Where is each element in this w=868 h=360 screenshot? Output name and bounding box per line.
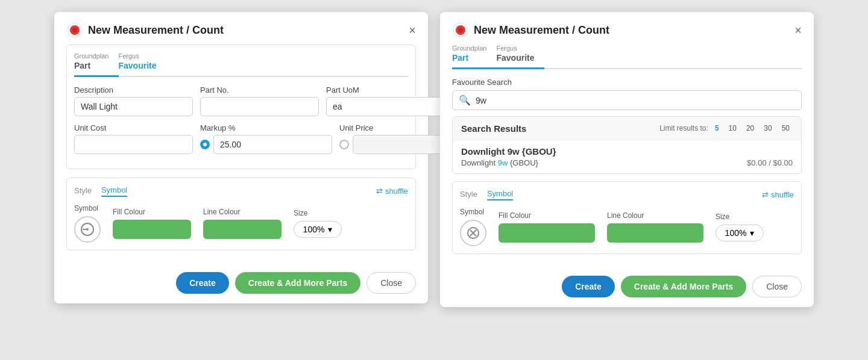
left-price-radio[interactable] [339, 140, 349, 149]
right-tabs-header: Groundplan Part Fergus Favourite [452, 45, 802, 69]
right-result-item[interactable]: Downlight 9w {GBOU} Downlight 9w {GBOU} … [453, 140, 801, 173]
left-size-select[interactable]: 100% ▾ [294, 221, 342, 238]
right-modal-header: New Measurement / Count × [440, 12, 814, 45]
right-tab-groundplan-label: Groundplan [452, 45, 487, 52]
right-search-results-title: Search Results [461, 123, 526, 134]
left-tabs-header: Groundplan Part Fergus Favourite [74, 52, 408, 77]
right-line-col: Line Colour [607, 211, 703, 243]
left-line-col: Line Colour [203, 208, 281, 239]
left-style-tabs: Style Symbol ⇄ shuffle [74, 185, 408, 197]
right-size-label: Size [715, 213, 764, 221]
right-size-select[interactable]: 100% ▾ [715, 225, 764, 241]
right-limit-50[interactable]: 50 [779, 123, 793, 134]
left-tab-groundplan-label: Groundplan [74, 52, 109, 60]
left-size-chevron: ▾ [328, 225, 332, 234]
left-description-label: Description [74, 85, 193, 95]
left-modal-title: New Measurement / Count [66, 22, 224, 39]
left-cost-label: Unit Cost [74, 123, 193, 132]
right-shuffle-label: shuffle [771, 190, 794, 199]
left-create-button[interactable]: Create [176, 272, 229, 294]
right-search-icon: 🔍 [459, 95, 471, 106]
right-create-button[interactable]: Create [562, 276, 615, 297]
right-style-tab-left: Style Symbol [460, 189, 513, 200]
right-modal-body: Groundplan Part Fergus Favourite Favouri… [440, 45, 814, 276]
left-style-row: Symbol Fill Colour Line Colour [74, 204, 408, 243]
left-description-input[interactable] [74, 97, 193, 116]
left-markup-row [200, 135, 332, 154]
right-limit-30[interactable]: 30 [761, 123, 775, 134]
left-tabs-outer: Groundplan Part Fergus Favourite Descrip… [66, 45, 416, 169]
left-symbol-preview [74, 216, 101, 243]
left-markup-radio[interactable] [200, 140, 210, 149]
right-create-more-button[interactable]: Create & Add More Parts [621, 276, 746, 297]
right-limit-10[interactable]: 10 [726, 123, 740, 134]
left-form-row-1: Description Part No. Part UoM [74, 85, 408, 116]
right-style-tab-symbol[interactable]: Symbol [487, 189, 513, 200]
left-modal-close-button[interactable]: × [409, 24, 416, 36]
left-partno-input[interactable] [200, 97, 319, 116]
left-cost-group: Unit Cost [74, 123, 193, 154]
right-limit-20[interactable]: 20 [743, 123, 757, 134]
left-style-tab-style[interactable]: Style [74, 186, 92, 196]
left-tab-groundplan-name: Part [74, 61, 90, 70]
left-shuffle-icon: ⇄ [376, 187, 383, 196]
right-line-colour-button[interactable] [607, 223, 703, 243]
right-shuffle-button[interactable]: ⇄ shuffle [762, 190, 794, 199]
right-shuffle-icon: ⇄ [762, 190, 769, 199]
left-modal: New Measurement / Count × Groundplan Par… [54, 12, 428, 303]
right-fill-colour-button[interactable] [498, 223, 595, 243]
left-form-row-2: Unit Cost Markup % Unit Price [74, 123, 408, 154]
left-markup-label: Markup % [200, 123, 332, 132]
right-symbol-preview [460, 220, 486, 246]
right-limit-results: Limit results to: 5 10 20 30 50 [659, 123, 793, 134]
svg-point-8 [458, 28, 463, 33]
right-tab-groundplan[interactable]: Groundplan Part [452, 45, 497, 69]
right-line-label: Line Colour [607, 211, 703, 220]
right-style-tab-style[interactable]: Style [460, 190, 477, 200]
left-uom-input[interactable] [326, 97, 445, 116]
left-tab-fergus[interactable]: Fergus Favourite [119, 52, 166, 77]
right-search-results-header: Search Results Limit results to: 5 10 20… [453, 117, 801, 140]
left-modal-body: Groundplan Part Fergus Favourite Descrip… [54, 45, 428, 272]
right-tab-fergus[interactable]: Fergus Favourite [497, 45, 544, 69]
pin-icon [66, 22, 83, 39]
left-cost-input[interactable] [74, 135, 193, 154]
right-symbol-label: Symbol [460, 208, 486, 216]
left-close-button[interactable]: Close [366, 272, 416, 294]
left-create-more-button[interactable]: Create & Add More Parts [235, 272, 360, 294]
right-modal-title-text: New Measurement / Count [474, 24, 609, 37]
right-tab-fergus-name: Favourite [497, 53, 535, 63]
right-symbol-icon [467, 226, 480, 240]
right-result-price: $0.00 / $0.00 [747, 158, 793, 167]
left-symbol-icon [80, 222, 95, 237]
left-line-colour-button[interactable] [203, 220, 281, 239]
right-size-chevron: ▾ [750, 228, 754, 238]
left-style-tab-symbol[interactable]: Symbol [101, 185, 127, 197]
left-fill-col: Fill Colour [113, 208, 191, 239]
right-tab-fergus-label: Fergus [497, 45, 517, 52]
left-shuffle-button[interactable]: ⇄ shuffle [376, 187, 408, 196]
right-search-input[interactable] [476, 96, 795, 105]
right-search-input-wrap: 🔍 [452, 90, 802, 110]
right-limit-label: Limit results to: [659, 124, 708, 132]
right-close-button[interactable]: Close [752, 276, 802, 297]
left-symbol-col: Symbol [74, 204, 101, 243]
right-fav-search-label: Favourite Search [452, 78, 802, 87]
left-style-section: Style Symbol ⇄ shuffle Symbol [66, 178, 416, 250]
right-search-results-box: Search Results Limit results to: 5 10 20… [452, 116, 802, 174]
left-shuffle-label: shuffle [385, 187, 408, 196]
left-markup-input[interactable] [213, 135, 332, 154]
left-line-label: Line Colour [203, 208, 281, 216]
left-description-group: Description [74, 85, 193, 116]
right-result-title: Downlight 9w {GBOU} [461, 146, 793, 157]
right-modal-close-button[interactable]: × [794, 24, 802, 36]
right-style-row: Symbol Fill Colour Line Colour [460, 208, 794, 246]
left-tab-fergus-label: Fergus [119, 52, 139, 60]
left-tab-groundplan[interactable]: Groundplan Part [74, 52, 119, 77]
right-modal-footer: Create Create & Add More Parts Close [440, 276, 814, 307]
right-limit-5[interactable]: 5 [712, 123, 722, 134]
left-partno-label: Part No. [200, 85, 319, 95]
right-size-value: 100% [725, 228, 747, 238]
left-fill-colour-button[interactable] [113, 220, 191, 239]
left-size-label: Size [294, 209, 342, 217]
